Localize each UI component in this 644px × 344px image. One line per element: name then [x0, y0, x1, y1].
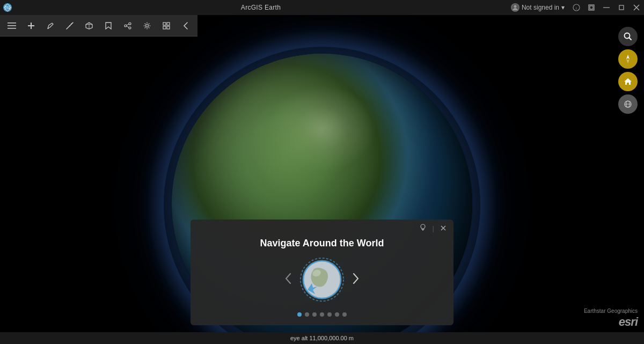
- measure-button[interactable]: [61, 17, 78, 34]
- title-bar: ArcGIS Earth Not signed in ▾ i: [0, 0, 644, 15]
- dialog-close-button[interactable]: [438, 224, 448, 233]
- home-button[interactable]: [618, 72, 638, 91]
- dot-6[interactable]: [335, 312, 339, 317]
- gallery-button[interactable]: [158, 17, 175, 34]
- earthstar-label: Earthstar Geographics: [584, 308, 638, 314]
- north-button[interactable]: [618, 49, 638, 69]
- branding: Earthstar Geographics esri: [584, 308, 638, 329]
- search-button[interactable]: [618, 27, 638, 46]
- user-section[interactable]: Not signed in ▾: [507, 3, 569, 12]
- user-avatar: [511, 3, 519, 12]
- dialog-prev-button[interactable]: [279, 269, 298, 290]
- status-bar: eye alt 11,000,000.00 m: [0, 332, 644, 344]
- svg-point-22: [129, 27, 131, 29]
- svg-point-20: [129, 23, 131, 25]
- svg-line-31: [629, 38, 631, 40]
- svg-rect-26: [163, 23, 166, 25]
- svg-rect-29: [167, 26, 170, 29]
- globe-view-button[interactable]: [618, 94, 638, 114]
- svg-rect-12: [8, 25, 16, 26]
- dot-5[interactable]: [327, 312, 332, 317]
- dialog-bulb-button[interactable]: [418, 223, 428, 233]
- app-icon: [0, 0, 15, 15]
- svg-rect-11: [8, 23, 16, 24]
- svg-rect-27: [167, 23, 170, 25]
- dialog-header: |: [191, 219, 453, 233]
- svg-point-35: [421, 224, 425, 229]
- dialog-image-area: [191, 255, 453, 312]
- minimize-button[interactable]: [599, 0, 614, 15]
- svg-point-25: [146, 24, 149, 27]
- user-dropdown-icon: ▾: [561, 4, 565, 11]
- svg-point-21: [125, 25, 127, 27]
- dot-7[interactable]: [342, 312, 347, 317]
- toolbar: [0, 15, 197, 36]
- user-label: Not signed in: [522, 4, 559, 11]
- right-panel: [618, 27, 638, 114]
- svg-rect-8: [619, 5, 624, 10]
- svg-point-17: [69, 25, 70, 26]
- dialog-globe-icon: [298, 255, 346, 304]
- svg-line-23: [127, 24, 129, 25]
- dot-1[interactable]: [297, 312, 302, 317]
- svg-rect-13: [8, 28, 16, 29]
- esri-logo: esri: [619, 315, 638, 329]
- svg-line-24: [127, 26, 129, 27]
- svg-rect-28: [163, 26, 166, 29]
- dot-2[interactable]: [305, 312, 309, 317]
- info-button[interactable]: i: [569, 0, 584, 15]
- items-button[interactable]: [3, 17, 20, 34]
- status-text: eye alt 11,000,000.00 m: [290, 335, 354, 341]
- title-controls: Not signed in ▾ i: [507, 0, 644, 15]
- dialog-title: Navigate Around the World: [191, 233, 453, 255]
- app-title: ArcGIS Earth: [15, 4, 507, 11]
- dot-4[interactable]: [320, 312, 324, 317]
- restore-button[interactable]: [614, 0, 629, 15]
- svg-point-2: [514, 5, 516, 8]
- collapse-button[interactable]: [177, 17, 194, 34]
- close-button[interactable]: [629, 0, 644, 15]
- add-button[interactable]: [23, 17, 40, 34]
- model-button[interactable]: [80, 17, 98, 34]
- svg-rect-7: [603, 8, 610, 8]
- dialog-separator: |: [433, 224, 434, 232]
- settings-button[interactable]: [138, 17, 156, 34]
- dot-3[interactable]: [312, 312, 317, 317]
- dialog-next-button[interactable]: [346, 269, 365, 290]
- sketch-button[interactable]: [42, 17, 59, 34]
- share-button[interactable]: [119, 17, 136, 34]
- bookmark-button[interactable]: [100, 17, 117, 34]
- svg-text:i: i: [576, 6, 577, 11]
- welcome-dialog: | Navigate Around the World: [191, 219, 453, 325]
- svg-rect-6: [590, 6, 593, 9]
- dialog-dots: [191, 312, 453, 325]
- expand-button[interactable]: [584, 0, 599, 15]
